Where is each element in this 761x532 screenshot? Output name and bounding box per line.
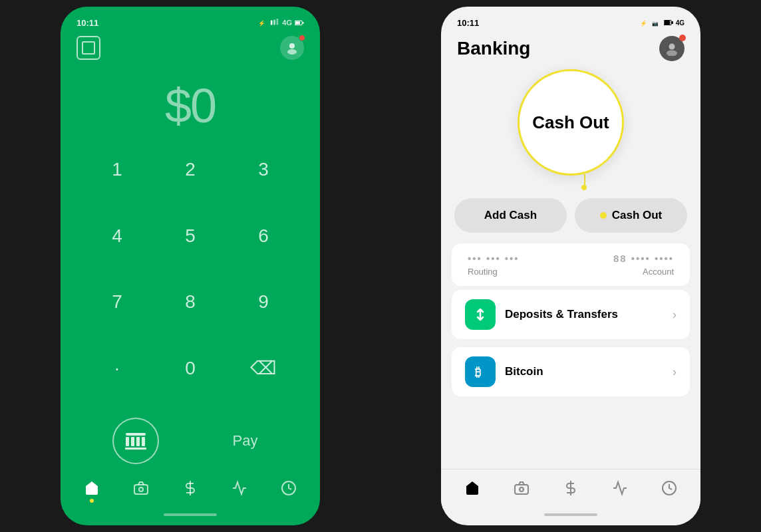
home-indicator-right [441, 508, 700, 525]
gesture-bar [164, 513, 217, 516]
balance-amount: $0 [61, 78, 320, 133]
nav-clock-left[interactable] [277, 476, 301, 500]
key-3[interactable]: 3 [227, 146, 300, 193]
right-screen: 10:11 ⚡ 📷 4G Banking Cash Out [441, 7, 700, 525]
banking-title: Banking [457, 38, 530, 59]
bank-icon [125, 433, 146, 450]
svg-rect-1 [271, 21, 273, 25]
key-6[interactable]: 6 [227, 213, 300, 259]
avatar-icon-right[interactable] [659, 36, 685, 61]
pay-label[interactable]: Pay [190, 432, 300, 450]
deposits-label: Deposits & Transfers [505, 308, 673, 321]
notification-dot-left [299, 35, 305, 41]
svg-rect-3 [277, 19, 279, 25]
key-backspace[interactable]: ⌫ [227, 345, 300, 392]
cash-out-button[interactable]: Cash Out [575, 198, 687, 233]
nav-camera-right[interactable] [510, 476, 533, 500]
svg-rect-5 [295, 21, 300, 24]
notification-dot-right [679, 35, 686, 41]
account-label: Account [643, 267, 674, 277]
svg-point-22 [520, 487, 524, 491]
status-icons-right: ⚡ 📷 4G [640, 18, 685, 27]
svg-point-18 [669, 44, 675, 50]
key-9[interactable]: 9 [227, 279, 300, 325]
time-left: 10:11 [76, 18, 98, 28]
bottom-action-row: Pay [61, 418, 320, 471]
nav-home-right[interactable] [460, 476, 484, 500]
add-cash-label: Add Cash [484, 209, 537, 222]
deposits-icon-box [465, 299, 496, 330]
deposits-transfers-item[interactable]: Deposits & Transfers › [452, 290, 690, 339]
annotation-dot [581, 185, 587, 190]
key-dot[interactable]: · [80, 345, 154, 392]
svg-rect-21 [515, 485, 528, 494]
cashout-circle[interactable]: Cash Out [518, 69, 624, 176]
left-screen: 10:11 ⚡ 4G $0 1 [61, 7, 320, 525]
svg-point-10 [139, 487, 143, 491]
nav-camera-left[interactable] [129, 476, 153, 500]
svg-text:⚡: ⚡ [640, 19, 647, 27]
key-4[interactable]: 4 [80, 213, 154, 259]
bitcoin-label: Bitcoin [505, 365, 673, 378]
add-cash-button[interactable]: Add Cash [454, 198, 567, 233]
right-phone: 10:11 ⚡ 📷 4G Banking Cash Out [380, 0, 761, 532]
svg-rect-9 [134, 485, 148, 494]
numpad: 1 2 3 4 5 6 7 8 9 · 0 ⌫ [61, 140, 320, 418]
left-header [61, 31, 320, 65]
avatar-icon-left[interactable] [280, 36, 304, 60]
action-buttons: Add Cash Cash Out [441, 198, 700, 243]
bitcoin-chevron: › [673, 365, 677, 379]
key-1[interactable]: 1 [80, 146, 154, 193]
routing-number: ••• ••• ••• [468, 253, 520, 264]
key-0[interactable]: 0 [154, 345, 227, 392]
svg-text:📷: 📷 [652, 20, 659, 27]
svg-rect-2 [274, 20, 276, 25]
status-bar-left: 10:11 ⚡ 4G [61, 7, 320, 31]
cash-out-dot [600, 212, 607, 219]
time-right: 10:11 [457, 18, 479, 28]
svg-point-19 [667, 51, 677, 57]
account-info-row: ••• ••• ••• Routing 88 •••• •••• Account [452, 243, 690, 286]
cashout-annotation: Cash Out [441, 69, 700, 176]
balance-section: $0 [61, 65, 320, 140]
gesture-bar-right [544, 513, 597, 516]
routing-label: Routing [468, 267, 520, 277]
status-bar-right: 10:11 ⚡ 📷 4G [441, 7, 700, 31]
svg-rect-16 [665, 21, 670, 25]
deposits-chevron: › [673, 308, 677, 322]
left-phone: 10:11 ⚡ 4G $0 1 [0, 0, 380, 532]
svg-point-7 [289, 43, 295, 49]
nav-dollar-right[interactable] [559, 476, 583, 500]
key-7[interactable]: 7 [80, 279, 154, 325]
status-icons-left: ⚡ 4G [258, 18, 304, 27]
active-dot [90, 499, 94, 503]
home-indicator-left [61, 508, 320, 525]
bitcoin-icon-box: ₿ [465, 356, 496, 387]
account-number: 88 •••• •••• [613, 253, 674, 264]
account-col: 88 •••• •••• Account [613, 253, 674, 277]
svg-text:₿: ₿ [475, 366, 481, 379]
scan-icon[interactable] [76, 36, 100, 60]
key-2[interactable]: 2 [154, 146, 227, 193]
cashout-circle-label: Cash Out [532, 112, 609, 133]
svg-rect-17 [672, 22, 673, 24]
svg-point-8 [287, 49, 297, 55]
key-8[interactable]: 8 [154, 279, 227, 325]
svg-rect-6 [303, 22, 304, 24]
nav-activity-right[interactable] [608, 476, 632, 500]
bitcoin-item[interactable]: ₿ Bitcoin › [452, 347, 690, 396]
nav-activity-left[interactable] [228, 476, 251, 500]
nav-home-left[interactable] [80, 476, 104, 500]
cash-out-label: Cash Out [612, 209, 663, 222]
nav-clock-right[interactable] [657, 476, 681, 500]
svg-text:⚡: ⚡ [258, 19, 265, 27]
bottom-nav-right [441, 469, 700, 508]
bottom-nav-left [61, 471, 320, 508]
right-header: Banking [441, 31, 700, 69]
bank-button[interactable] [112, 418, 159, 464]
routing-col: ••• ••• ••• Routing [468, 253, 520, 277]
key-5[interactable]: 5 [154, 213, 227, 259]
nav-dollar-left[interactable] [178, 476, 202, 500]
